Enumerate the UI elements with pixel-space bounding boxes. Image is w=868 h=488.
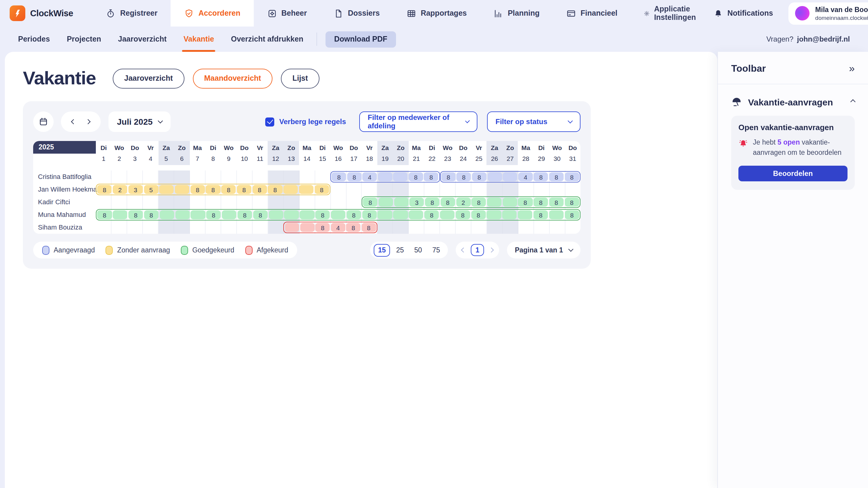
- tab-projecten[interactable]: Projecten: [59, 27, 110, 52]
- vacation-day-cell[interactable]: [394, 198, 408, 207]
- nav-item-applicatie-instellingen[interactable]: Applicatie Instellingen: [631, 0, 714, 27]
- nav-item-beheer[interactable]: Beheer: [253, 0, 320, 27]
- vacation-day-cell[interactable]: 8: [471, 210, 486, 219]
- vacation-day-cell[interactable]: [378, 173, 393, 181]
- vacation-day-cell[interactable]: 8: [347, 173, 362, 181]
- vacation-day-cell[interactable]: 8: [549, 198, 564, 207]
- vacation-day-cell[interactable]: 3: [410, 198, 424, 207]
- vacation-day-cell[interactable]: [331, 210, 346, 219]
- vacation-day-cell[interactable]: [487, 198, 501, 207]
- vacation-day-cell[interactable]: 8: [472, 173, 487, 181]
- filter-status-select[interactable]: Filter op status: [487, 111, 581, 132]
- vacation-day-cell[interactable]: [191, 210, 206, 219]
- brand[interactable]: ClockWise: [0, 0, 82, 27]
- vacation-day-cell[interactable]: 8: [237, 185, 251, 194]
- review-button[interactable]: Beoordelen: [738, 165, 847, 181]
- vacation-day-cell[interactable]: [284, 210, 299, 219]
- vacation-day-cell[interactable]: 8: [424, 210, 439, 219]
- vacation-day-cell[interactable]: 8: [361, 223, 376, 232]
- vacation-day-cell[interactable]: 8: [409, 173, 423, 181]
- vacation-day-cell[interactable]: [502, 210, 517, 219]
- vacation-day-cell[interactable]: [378, 198, 393, 207]
- month-select[interactable]: Juli 2025: [108, 111, 170, 132]
- vacation-day-cell[interactable]: 8: [425, 198, 439, 207]
- vacation-day-cell[interactable]: 2: [456, 198, 470, 207]
- download-pdf-button[interactable]: Download PDF: [326, 31, 396, 47]
- collapse-sidebar-button[interactable]: »: [849, 63, 855, 75]
- vacation-day-cell[interactable]: 8: [564, 198, 579, 207]
- vacation-day-cell[interactable]: 8: [253, 210, 268, 219]
- page-size-25[interactable]: 25: [392, 244, 408, 256]
- notifications-button[interactable]: Notifications: [713, 9, 773, 18]
- vacation-day-cell[interactable]: 5: [144, 185, 158, 194]
- vacation-day-cell[interactable]: 8: [533, 210, 548, 219]
- vacation-day-cell[interactable]: 8: [252, 185, 267, 194]
- vacation-day-cell[interactable]: [393, 210, 408, 219]
- vacation-day-cell[interactable]: 4: [518, 173, 533, 181]
- hide-empty-rows-checkbox[interactable]: Verberg lege regels: [266, 117, 346, 126]
- vacation-day-cell[interactable]: 8: [549, 173, 564, 181]
- tab-overzicht-afdrukken[interactable]: Overzicht afdrukken: [222, 27, 312, 52]
- page-indicator-select[interactable]: Pagina 1 van 1: [507, 241, 581, 258]
- vacation-day-cell[interactable]: 8: [206, 210, 221, 219]
- questions-email[interactable]: john@bedrijf.nl: [797, 35, 850, 43]
- next-page-button[interactable]: [489, 248, 494, 253]
- vacation-day-cell[interactable]: 3: [128, 185, 143, 194]
- view-jaaroverzicht[interactable]: Jaaroverzicht: [113, 68, 184, 88]
- vacation-day-cell[interactable]: 8: [346, 223, 361, 232]
- vacation-day-cell[interactable]: 8: [315, 210, 330, 219]
- vacation-day-cell[interactable]: 8: [534, 173, 548, 181]
- view-lijst[interactable]: Lijst: [281, 68, 319, 88]
- nav-item-registreer[interactable]: Registreer: [93, 0, 171, 27]
- vacation-day-cell[interactable]: [300, 210, 315, 219]
- vacation-day-cell[interactable]: [518, 210, 532, 219]
- vacation-day-cell[interactable]: [503, 173, 518, 181]
- vacation-day-cell[interactable]: 8: [97, 185, 112, 194]
- vacation-day-cell[interactable]: 8: [238, 210, 252, 219]
- vacation-day-cell[interactable]: 8: [190, 185, 205, 194]
- vacation-day-cell[interactable]: [299, 185, 313, 194]
- vacation-day-cell[interactable]: [487, 173, 502, 181]
- vacation-day-cell[interactable]: 8: [564, 210, 579, 219]
- vacation-day-cell[interactable]: 4: [331, 223, 345, 232]
- vacation-day-cell[interactable]: [175, 185, 189, 194]
- vacation-day-cell[interactable]: 8: [518, 198, 532, 207]
- prev-page-button[interactable]: [461, 248, 466, 253]
- vacation-day-cell[interactable]: [440, 210, 455, 219]
- vacation-day-cell[interactable]: [300, 223, 315, 232]
- vacation-day-cell[interactable]: 4: [363, 173, 377, 181]
- next-month-button[interactable]: [86, 119, 91, 124]
- vacation-day-cell[interactable]: 8: [315, 223, 330, 232]
- page-size-15[interactable]: 15: [374, 244, 390, 256]
- vacation-day-cell[interactable]: 8: [533, 198, 548, 207]
- vacation-day-cell[interactable]: [269, 210, 283, 219]
- page-size-75[interactable]: 75: [428, 244, 444, 256]
- vacation-day-cell[interactable]: 8: [314, 185, 329, 194]
- vacation-day-cell[interactable]: [502, 198, 517, 207]
- nav-item-planning[interactable]: Planning: [480, 0, 553, 27]
- nav-item-financieel[interactable]: Financieel: [553, 0, 630, 27]
- vacation-requests-section-header[interactable]: Vakantie-aanvragen: [731, 96, 855, 107]
- vacation-day-cell[interactable]: [487, 210, 501, 219]
- vacation-day-cell[interactable]: [175, 210, 190, 219]
- vacation-day-cell[interactable]: [222, 210, 237, 219]
- vacation-day-cell[interactable]: 8: [564, 173, 579, 181]
- vacation-day-cell[interactable]: 8: [332, 173, 346, 181]
- vacation-day-cell[interactable]: 8: [456, 210, 470, 219]
- vacation-day-cell[interactable]: 8: [441, 198, 455, 207]
- nav-item-rapportages[interactable]: Rapportages: [393, 0, 480, 27]
- view-maandoverzicht[interactable]: Maandoverzicht: [193, 68, 273, 88]
- vacation-day-cell[interactable]: 8: [362, 210, 377, 219]
- vacation-day-cell[interactable]: [393, 173, 408, 181]
- vacation-day-cell[interactable]: 8: [441, 173, 456, 181]
- user-menu[interactable]: Mila van de Boom domeinnaam.clockwise.in…: [789, 2, 868, 24]
- vacation-day-cell[interactable]: [285, 223, 299, 232]
- vacation-day-cell[interactable]: 8: [347, 210, 361, 219]
- vacation-day-cell[interactable]: 2: [113, 185, 127, 194]
- nav-item-accorderen[interactable]: Accorderen: [171, 0, 254, 27]
- current-page[interactable]: 1: [471, 244, 484, 256]
- vacation-day-cell[interactable]: [409, 210, 424, 219]
- vacation-day-cell[interactable]: 8: [144, 210, 159, 219]
- vacation-day-cell[interactable]: [159, 210, 174, 219]
- vacation-day-cell[interactable]: 8: [268, 185, 282, 194]
